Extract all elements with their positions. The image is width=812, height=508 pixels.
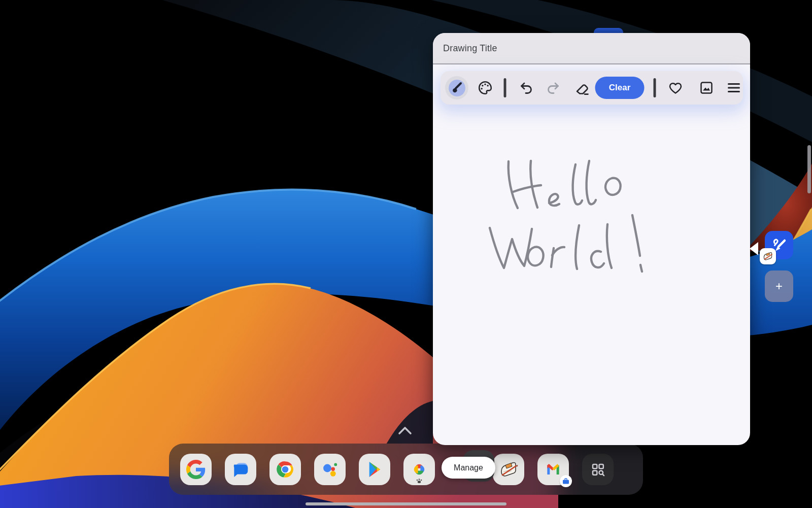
drawing-app-window: Drawing Title (433, 33, 750, 445)
palette-icon (478, 80, 493, 95)
chrome-icon (276, 460, 295, 479)
palette-tool-button[interactable] (478, 80, 493, 95)
manage-button[interactable]: Manage (442, 457, 495, 479)
window-titlebar[interactable]: Drawing Title (433, 33, 750, 64)
chevron-up-icon[interactable] (397, 426, 413, 435)
notes-app-badge[interactable] (760, 248, 776, 264)
heart-icon (668, 80, 683, 95)
briefcase-icon (562, 478, 569, 484)
edge-scrollbar-thumb[interactable] (807, 145, 811, 193)
add-note-button[interactable]: + (765, 270, 793, 302)
app-grid-search-icon (588, 459, 608, 480)
play-store-icon (365, 460, 384, 479)
dock-app-chrome[interactable] (269, 454, 301, 485)
eraser-button[interactable] (574, 80, 590, 96)
messages-bubble-icon (231, 460, 250, 479)
insert-image-button[interactable] (699, 80, 714, 95)
stylus-pointer-arrow (750, 242, 758, 255)
hamburger-menu-icon (727, 82, 740, 93)
favorite-button[interactable] (668, 80, 683, 95)
redo-icon (546, 80, 561, 95)
taskbar-dock (169, 444, 643, 495)
image-icon (699, 80, 714, 95)
dock-app-search[interactable] (582, 454, 614, 485)
redo-button[interactable] (546, 80, 561, 95)
toolbar-divider-2 (654, 78, 656, 97)
dock-app-assistant[interactable] (314, 454, 346, 485)
gmail-icon (543, 459, 563, 480)
google-assistant-icon (320, 459, 340, 480)
eraser-icon (574, 80, 590, 96)
manage-label: Manage (454, 463, 483, 472)
undo-button[interactable] (518, 80, 533, 95)
handwriting-drawing[interactable] (433, 64, 750, 445)
toolbar-divider (504, 78, 506, 97)
window-title: Drawing Title (443, 43, 497, 54)
mini-book-pen-icon (762, 250, 774, 262)
dock-app-play-store[interactable] (359, 454, 390, 485)
brush-tool-button[interactable] (445, 76, 468, 99)
dock-app-gmail[interactable] (537, 454, 569, 485)
drawing-toolbar: Clear (441, 71, 743, 105)
paw-badge-icon (416, 478, 423, 484)
dock-app-photos[interactable] (403, 454, 435, 485)
google-photos-icon (410, 460, 429, 479)
undo-icon (518, 80, 533, 95)
book-pen-icon (497, 458, 520, 481)
menu-button[interactable] (727, 82, 740, 93)
brush-icon (450, 81, 463, 94)
desktop: Drawing Title (0, 0, 812, 508)
google-g-icon (186, 460, 206, 479)
dock-app-notes-book[interactable] (493, 454, 524, 485)
home-indicator-bar[interactable] (306, 502, 506, 505)
dock-app-google[interactable] (180, 454, 212, 485)
plus-label: + (775, 279, 783, 293)
dock-app-messages[interactable] (225, 454, 256, 485)
clear-button[interactable]: Clear (595, 77, 645, 99)
work-profile-badge (560, 475, 572, 487)
